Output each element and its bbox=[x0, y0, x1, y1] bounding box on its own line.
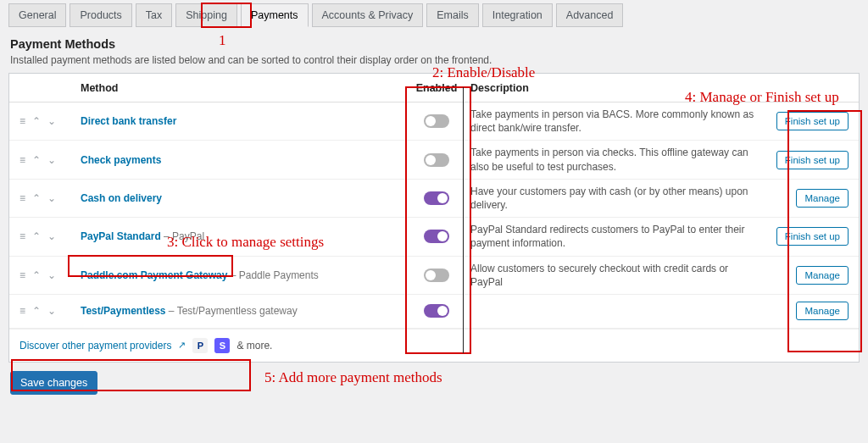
tab-emails[interactable]: Emails bbox=[426, 3, 479, 27]
drag-handle-icon[interactable]: ≡ bbox=[19, 154, 25, 166]
table-row: ≡⌃⌄Direct bank transferTake payments in … bbox=[9, 102, 859, 141]
table-header: Method Enabled Description bbox=[9, 74, 859, 102]
row-action-button[interactable]: Finish set up bbox=[776, 227, 849, 246]
move-down-icon[interactable]: ⌄ bbox=[47, 115, 56, 127]
page-title: Payment Methods bbox=[10, 37, 868, 51]
method-link[interactable]: Cash on delivery bbox=[81, 192, 162, 204]
method-link[interactable]: Paddle.com Payment Gateway bbox=[81, 269, 227, 281]
method-subtext: – PayPal bbox=[161, 230, 204, 242]
paypal-brand-icon: P bbox=[192, 338, 208, 353]
drag-handle-icon[interactable]: ≡ bbox=[19, 115, 25, 127]
table-row: ≡⌃⌄Paddle.com Payment Gateway – Paddle P… bbox=[9, 257, 859, 295]
payment-methods-table: Method Enabled Description ≡⌃⌄Direct ban… bbox=[8, 73, 860, 363]
row-action-button[interactable]: Manage bbox=[796, 302, 849, 320]
method-description: Allow customers to securely checkout wit… bbox=[470, 262, 769, 289]
tab-products[interactable]: Products bbox=[70, 3, 131, 27]
method-link[interactable]: Check payments bbox=[81, 154, 161, 166]
tab-payments[interactable]: Payments bbox=[241, 3, 309, 27]
enabled-toggle[interactable] bbox=[424, 114, 449, 128]
enabled-toggle[interactable] bbox=[424, 230, 449, 243]
row-action-button[interactable]: Manage bbox=[796, 189, 849, 208]
discover-tail: & more. bbox=[236, 340, 272, 352]
col-enabled: Enabled bbox=[403, 82, 470, 94]
drag-handle-icon[interactable]: ≡ bbox=[19, 305, 25, 317]
move-up-icon[interactable]: ⌃ bbox=[32, 192, 41, 204]
move-down-icon[interactable]: ⌄ bbox=[47, 192, 56, 204]
tab-accounts-privacy[interactable]: Accounts & Privacy bbox=[312, 3, 424, 27]
drag-handle-icon[interactable]: ≡ bbox=[19, 230, 25, 242]
move-down-icon[interactable]: ⌄ bbox=[47, 154, 56, 166]
move-up-icon[interactable]: ⌃ bbox=[32, 154, 41, 166]
move-up-icon[interactable]: ⌃ bbox=[32, 115, 41, 127]
move-down-icon[interactable]: ⌄ bbox=[47, 269, 56, 281]
method-description: Take payments in person via checks. This… bbox=[470, 146, 769, 173]
move-down-icon[interactable]: ⌄ bbox=[47, 230, 56, 242]
col-method: Method bbox=[81, 82, 403, 94]
discover-link[interactable]: Discover other payment providers bbox=[19, 340, 171, 352]
enabled-toggle[interactable] bbox=[424, 269, 449, 282]
move-down-icon[interactable]: ⌄ bbox=[47, 305, 56, 317]
discover-row: Discover other payment providers ↗ P S &… bbox=[9, 329, 859, 362]
method-link[interactable]: Test/Paymentless bbox=[81, 305, 166, 317]
tab-general[interactable]: General bbox=[8, 3, 66, 27]
external-link-icon: ↗ bbox=[178, 340, 186, 351]
annotation-5: 5: Add more payment methods bbox=[264, 369, 442, 386]
table-row: ≡⌃⌄Check paymentsTake payments in person… bbox=[9, 141, 859, 179]
enabled-toggle[interactable] bbox=[424, 153, 449, 167]
save-button[interactable]: Save changes bbox=[10, 371, 97, 395]
enabled-toggle[interactable] bbox=[424, 304, 449, 318]
method-description: Take payments in person via BACS. More c… bbox=[470, 108, 769, 135]
method-link[interactable]: PayPal Standard bbox=[81, 230, 161, 242]
table-row: ≡⌃⌄Test/Paymentless – Test/Paymentless g… bbox=[9, 295, 859, 329]
tab-shipping[interactable]: Shipping bbox=[175, 3, 237, 27]
method-description: PayPal Standard redirects customers to P… bbox=[470, 223, 769, 250]
stripe-brand-icon: S bbox=[214, 338, 230, 353]
table-row: ≡⌃⌄PayPal Standard – PayPalPayPal Standa… bbox=[9, 218, 859, 256]
settings-tab-bar: GeneralProductsTaxShippingPaymentsAccoun… bbox=[0, 0, 868, 27]
drag-handle-icon[interactable]: ≡ bbox=[19, 192, 25, 204]
method-subtext: – Test/Paymentless gateway bbox=[166, 305, 298, 317]
tab-integration[interactable]: Integration bbox=[482, 3, 553, 27]
move-up-icon[interactable]: ⌃ bbox=[32, 305, 41, 317]
method-link[interactable]: Direct bank transfer bbox=[81, 115, 176, 127]
drag-handle-icon[interactable]: ≡ bbox=[19, 269, 25, 281]
page-subtitle: Installed payment methods are listed bel… bbox=[10, 54, 868, 66]
enabled-toggle[interactable] bbox=[424, 191, 449, 205]
col-description: Description bbox=[470, 82, 769, 94]
method-subtext: – Paddle Payments bbox=[227, 269, 318, 281]
row-action-button[interactable]: Manage bbox=[796, 266, 849, 285]
move-up-icon[interactable]: ⌃ bbox=[32, 230, 41, 242]
tab-advanced[interactable]: Advanced bbox=[556, 3, 624, 27]
move-up-icon[interactable]: ⌃ bbox=[32, 269, 41, 281]
tab-tax[interactable]: Tax bbox=[136, 3, 172, 27]
row-action-button[interactable]: Finish set up bbox=[776, 151, 849, 169]
row-action-button[interactable]: Finish set up bbox=[776, 112, 849, 130]
method-description: Have your customers pay with cash (or by… bbox=[470, 185, 769, 212]
table-row: ≡⌃⌄Cash on deliveryHave your customers p… bbox=[9, 180, 859, 218]
